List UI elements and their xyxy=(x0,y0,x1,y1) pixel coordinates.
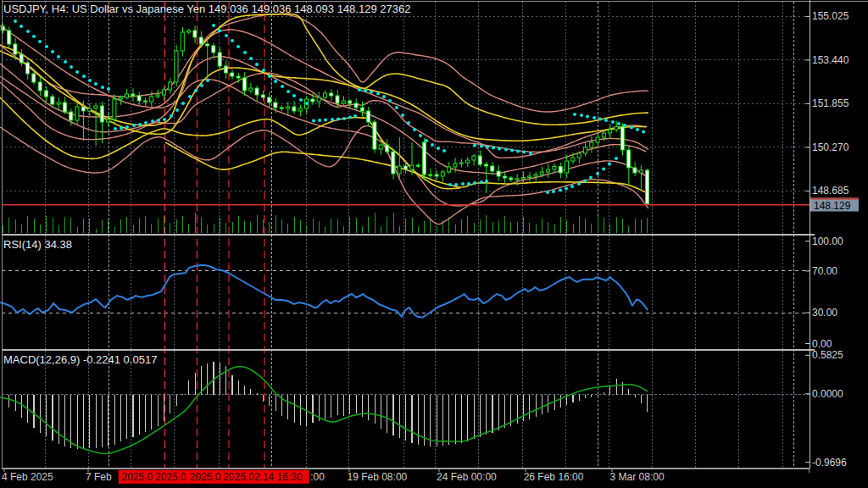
svg-text:30.00: 30.00 xyxy=(812,307,837,319)
svg-text:148.685: 148.685 xyxy=(812,185,849,197)
svg-text:RSI(14) 34.38: RSI(14) 34.38 xyxy=(3,238,72,251)
svg-text:7 Feb: 7 Feb xyxy=(86,471,112,483)
svg-text:24 Feb 00:00: 24 Feb 00:00 xyxy=(437,471,497,483)
svg-text:100.00: 100.00 xyxy=(812,236,843,247)
svg-text:153.440: 153.440 xyxy=(812,54,849,66)
svg-text:155.025: 155.025 xyxy=(812,10,849,22)
svg-text:MACD(12,26,9) -0.2241 0.0517: MACD(12,26,9) -0.2241 0.0517 xyxy=(3,353,157,366)
svg-text:26 Feb 16:00: 26 Feb 16:00 xyxy=(524,471,584,483)
svg-text:2025.0: 2025.0 xyxy=(122,471,153,483)
svg-text:19 Feb 08:00: 19 Feb 08:00 xyxy=(348,471,408,483)
svg-text:150.270: 150.270 xyxy=(812,141,849,153)
svg-text:4 Feb 2025: 4 Feb 2025 xyxy=(2,471,53,483)
svg-text:0.5825: 0.5825 xyxy=(812,349,843,361)
svg-text:70.00: 70.00 xyxy=(812,265,837,277)
svg-text:-0.9696: -0.9696 xyxy=(812,457,847,469)
svg-text:3 Mar 08:00: 3 Mar 08:00 xyxy=(610,471,665,483)
svg-text:0.00: 0.00 xyxy=(812,338,832,350)
svg-text:148.129: 148.129 xyxy=(814,200,851,212)
svg-text::00: :00 xyxy=(310,471,325,483)
svg-text:0.0000: 0.0000 xyxy=(812,388,843,400)
svg-text:USDJPY, H4: US Dollar vs Japa: USDJPY, H4: US Dollar vs Japanese Yen 14… xyxy=(3,3,410,15)
svg-text:2025.02.14 16:30: 2025.02.14 16:30 xyxy=(223,471,303,483)
svg-text:2025.0: 2025.0 xyxy=(155,471,186,483)
svg-text:151.855: 151.855 xyxy=(812,97,849,109)
svg-text:2025.0: 2025.0 xyxy=(190,471,221,483)
